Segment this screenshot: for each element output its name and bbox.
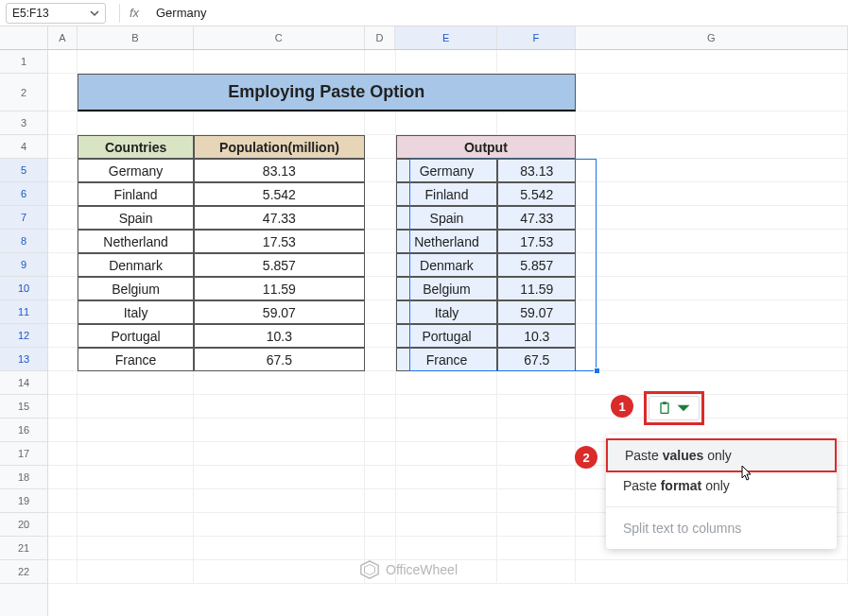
cell[interactable] <box>365 395 396 419</box>
cell[interactable] <box>48 560 78 584</box>
cell[interactable] <box>576 253 848 277</box>
menu-item-split-text[interactable]: Split text to columns <box>606 513 837 543</box>
cell[interactable] <box>365 182 396 206</box>
cell[interactable] <box>497 560 576 584</box>
cell[interactable] <box>365 159 396 182</box>
cell[interactable] <box>365 466 396 489</box>
cell[interactable] <box>365 442 396 466</box>
cell[interactable] <box>78 513 194 537</box>
table-cell[interactable]: Spain <box>78 206 194 230</box>
row-header[interactable]: 13 <box>0 348 47 371</box>
cell[interactable] <box>48 230 78 253</box>
cell[interactable] <box>48 419 78 442</box>
table-cell[interactable]: France <box>396 348 498 371</box>
name-box[interactable]: E5:F13 <box>6 3 106 24</box>
col-header[interactable]: C <box>194 26 365 49</box>
selection-handle[interactable] <box>594 368 600 374</box>
cell[interactable] <box>194 395 365 419</box>
row-header[interactable]: 8 <box>0 230 47 253</box>
cell[interactable] <box>78 466 194 489</box>
cell[interactable] <box>48 50 78 74</box>
cell[interactable] <box>48 537 78 560</box>
cell[interactable] <box>48 395 78 419</box>
table-cell[interactable]: 17.53 <box>194 230 365 253</box>
cell[interactable] <box>194 419 365 442</box>
cell[interactable] <box>78 371 194 395</box>
cell[interactable] <box>576 324 848 348</box>
cell[interactable] <box>576 206 848 230</box>
cell[interactable] <box>365 253 396 277</box>
cell[interactable] <box>78 442 194 466</box>
title-cell[interactable]: Employing Paste Option <box>78 74 576 111</box>
table-cell[interactable]: 83.13 <box>194 159 365 182</box>
cell[interactable] <box>194 442 365 466</box>
cell[interactable] <box>365 348 396 371</box>
cell[interactable] <box>48 182 78 206</box>
cell[interactable] <box>576 50 848 74</box>
cell[interactable] <box>48 489 78 513</box>
table-cell[interactable]: Finland <box>78 182 194 206</box>
cell[interactable] <box>497 489 576 513</box>
cell[interactable] <box>365 371 396 395</box>
cell[interactable] <box>576 111 848 135</box>
table-cell[interactable]: Spain <box>396 206 498 230</box>
table-cell[interactable]: 10.3 <box>497 324 576 348</box>
cell[interactable] <box>78 395 194 419</box>
cell[interactable] <box>365 277 396 300</box>
cell[interactable] <box>497 513 576 537</box>
row-header[interactable]: 5 <box>0 159 47 182</box>
cell[interactable] <box>396 395 498 419</box>
table-cell[interactable]: Denmark <box>396 253 498 277</box>
cell[interactable] <box>396 371 498 395</box>
cell[interactable] <box>194 50 365 74</box>
cell[interactable] <box>365 111 396 135</box>
table-cell[interactable]: Germany <box>396 159 498 182</box>
cell[interactable] <box>497 50 576 74</box>
cell[interactable] <box>365 513 396 537</box>
cell[interactable] <box>497 419 576 442</box>
col-header[interactable]: A <box>48 26 78 49</box>
row-header[interactable]: 17 <box>0 442 47 466</box>
cell[interactable] <box>396 537 498 560</box>
cell[interactable] <box>194 466 365 489</box>
select-all-corner[interactable] <box>0 26 47 50</box>
cell[interactable] <box>48 324 78 348</box>
table-cell[interactable]: 59.07 <box>194 300 365 324</box>
row-header[interactable]: 21 <box>0 537 47 560</box>
row-header[interactable]: 16 <box>0 419 47 442</box>
table-header[interactable]: Population(million) <box>194 135 365 159</box>
cell[interactable] <box>365 489 396 513</box>
col-header[interactable]: D <box>365 26 396 49</box>
cell[interactable] <box>48 135 78 159</box>
table-cell[interactable]: 11.59 <box>194 277 365 300</box>
cell[interactable] <box>396 419 498 442</box>
table-cell[interactable]: Denmark <box>78 253 194 277</box>
row-header[interactable]: 20 <box>0 513 47 537</box>
cell[interactable] <box>78 560 194 584</box>
cell[interactable] <box>576 74 848 111</box>
cell[interactable] <box>396 489 498 513</box>
row-header[interactable]: 6 <box>0 182 47 206</box>
col-header[interactable]: G <box>576 26 848 49</box>
row-header[interactable]: 19 <box>0 489 47 513</box>
cell[interactable] <box>497 371 576 395</box>
row-header[interactable]: 4 <box>0 135 47 159</box>
cell[interactable] <box>48 348 78 371</box>
table-cell[interactable]: 47.33 <box>194 206 365 230</box>
cell[interactable] <box>78 489 194 513</box>
table-cell[interactable]: 67.5 <box>194 348 365 371</box>
table-cell[interactable]: Belgium <box>396 277 498 300</box>
table-header[interactable]: Countries <box>78 135 194 159</box>
cell[interactable] <box>48 111 78 135</box>
cell[interactable] <box>396 466 498 489</box>
cell[interactable] <box>48 300 78 324</box>
cell[interactable] <box>576 300 848 324</box>
row-header[interactable]: 2 <box>0 74 47 111</box>
cell[interactable] <box>396 513 498 537</box>
table-cell[interactable]: 11.59 <box>497 277 576 300</box>
cell[interactable] <box>365 537 396 560</box>
table-cell[interactable]: 83.13 <box>497 159 576 182</box>
cell[interactable] <box>365 50 396 74</box>
row-header[interactable]: 1 <box>0 50 47 74</box>
row-header[interactable]: 7 <box>0 206 47 230</box>
